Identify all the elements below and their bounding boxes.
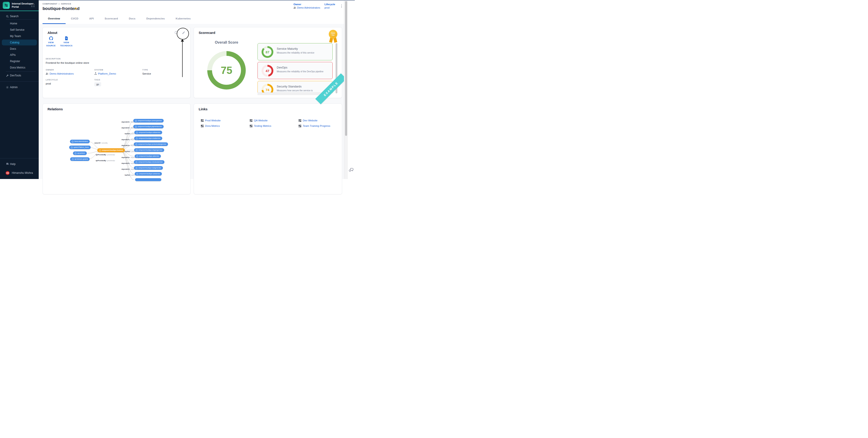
sidebar-item-label: My Team (10, 35, 21, 38)
header-lifecycle: Lifecycle prod (324, 3, 335, 9)
relation-node-component[interactable]: component:boutique-currencyservice (133, 119, 164, 123)
node-label: Demo Administrators (74, 141, 88, 142)
relation-node-component[interactable]: component:boutique-paymentservice (133, 125, 164, 128)
tab-overview[interactable]: Overview (42, 13, 66, 24)
page-scrollbar-track[interactable] (344, 1, 348, 179)
relation-node-component[interactable]: component:boutique-cartservice (135, 172, 162, 176)
score-description: Measures the reliability of the DevOps p… (277, 70, 323, 73)
relations-graph[interactable]: Demo Administrators system:Platform_Demo… (43, 104, 190, 179)
link-label: Team Training Progress (303, 125, 330, 127)
scorecard-item-service-maturity[interactable]: 87 Service Maturity Measures the reliabi… (257, 43, 333, 60)
favorite-star-icon[interactable]: ★ (74, 6, 78, 10)
graph-edges (43, 104, 190, 179)
relation-node-component[interactable]: component:boutique-shippingservice (134, 148, 164, 152)
about-title: About (48, 31, 57, 35)
sidebar-item-label: Dora Metrics (10, 66, 25, 69)
dashboard-icon (250, 125, 252, 127)
lifecycle-field-value: prod (46, 82, 51, 85)
tab-cicd[interactable]: CI/CD (66, 13, 84, 24)
sidebar-item-catalog[interactable]: Catalog (2, 39, 37, 45)
relation-node-group[interactable]: Demo Administrators (70, 140, 90, 143)
sidebar-divider (6, 71, 36, 72)
entity-icon (99, 149, 101, 151)
relation-node-component[interactable]: component:boutique-checkoutservice (134, 160, 164, 164)
sidebar-item-dora-metrics[interactable]: Dora Metrics (0, 65, 39, 70)
relation-node-component[interactable]: component:boutique-adservice (135, 155, 161, 158)
about-card: About VIEW SOURCE VIEW TECHDOCS DESCRIPT… (42, 27, 190, 98)
link-team-training-progress[interactable]: Team Training Progress (299, 124, 330, 128)
horizontal-scrollbar[interactable] (257, 93, 330, 95)
view-techdocs-button[interactable]: VIEW TECHDOCS (59, 36, 73, 47)
user-menu[interactable]: HM Himanshu Mishra (0, 170, 39, 176)
owner-field-link[interactable]: Demo Administrators (46, 72, 74, 75)
tag-chip-go[interactable]: go (94, 82, 101, 86)
more-options-button[interactable] (340, 4, 343, 9)
relation-node-component[interactable]: component:boutique-loadgenerator (134, 166, 163, 170)
link-prod-website[interactable]: Prod Website (201, 119, 250, 122)
sidebar-item-label: Self Service (10, 28, 25, 31)
tab-kubernetes[interactable]: Kubernetes (170, 13, 196, 24)
badge-text: Tier (332, 34, 335, 36)
link-dora-metrics[interactable]: Dora Metrics (201, 124, 250, 128)
relation-node-api[interactable]: api:starwars-graphql (70, 157, 90, 161)
entity-icon (136, 149, 137, 151)
owner-field-label: OWNER (46, 69, 54, 71)
lifecycle-field-label: LIFECYCLE (46, 79, 58, 81)
relation-node-component[interactable]: component:boutique-productcatalogservice (134, 142, 168, 146)
owner-label: Owner (293, 3, 320, 6)
tab-scorecard[interactable]: Scorecard (99, 13, 123, 24)
page-title: boutique-frontend (42, 6, 80, 11)
brand-header: Internal Developer Portal (0, 0, 39, 11)
scorecard-item-security-standards[interactable]: 74 Security Standards Measures how secur… (257, 81, 333, 93)
sidebar-item-search[interactable]: Search (0, 13, 39, 19)
node-label: component:boutique-frontend (102, 149, 123, 151)
node-label: component:boutique-redisservice (139, 132, 160, 133)
relation-node-api[interactable]: api:petstore (73, 151, 87, 155)
header-owner: Owner Demo Administrators (293, 3, 320, 9)
relation-node-partial[interactable] (135, 178, 161, 179)
view-source-button[interactable]: VIEW SOURCE (44, 36, 58, 47)
score-name: Security Standards (277, 85, 302, 88)
chat-bubbles-icon[interactable] (349, 168, 354, 172)
wrench-icon (6, 74, 9, 77)
scorecard-item-devops[interactable]: 47 DevOps Measures the reliability of th… (257, 62, 333, 79)
score-name: DevOps (277, 66, 287, 69)
annotation-circle (177, 28, 189, 39)
edge-label: hasPart / partOf (125, 133, 135, 135)
dashboard-icon (299, 125, 301, 127)
score-name: Service Maturity (277, 47, 298, 50)
score-description: Measures the reliability of this service (277, 52, 314, 54)
relation-node-center[interactable]: component:boutique-frontend (97, 148, 125, 152)
tab-api[interactable]: API (84, 13, 99, 24)
link-testing-metrics[interactable]: Testing Metrics (250, 124, 299, 128)
link-qa-website[interactable]: QA Website (250, 119, 299, 122)
view-source-label: VIEW SOURCE (44, 41, 58, 47)
sidebar-item-home[interactable]: Home (0, 21, 39, 27)
tab-docs[interactable]: Docs (123, 13, 141, 24)
sidebar-item-self-service[interactable]: Self Service (0, 27, 39, 33)
tab-dependencies[interactable]: Dependencies (141, 13, 170, 24)
sidebar-item-register[interactable]: Register (0, 58, 39, 64)
link-dev-website[interactable]: Dev Website (299, 119, 330, 122)
entity-icon (72, 141, 73, 142)
sidebar-item-docs[interactable]: Docs (0, 46, 39, 52)
tags-field-label: TAGS (94, 79, 100, 81)
owner-link[interactable]: Demo Administrators (293, 6, 320, 9)
sidebar: Internal Developer Portal Search Home Se… (0, 0, 39, 179)
link-label: QA Website (254, 119, 268, 122)
sidebar-item-admin[interactable]: Admin (0, 84, 39, 90)
sidebar-item-devtools[interactable]: DevTools (0, 72, 39, 78)
entity-icon (135, 126, 137, 128)
node-label: component:boutique-checkoutservice (138, 161, 163, 163)
relation-node-system[interactable]: system:Platform_Demo (69, 145, 91, 149)
node-label: component:boutique-cartservice (139, 173, 160, 175)
relation-node-component[interactable]: component:boutique-emailservice (134, 136, 162, 140)
sidebar-item-help[interactable]: ? Help (0, 161, 39, 167)
sidebar-item-apis[interactable]: APIs (0, 52, 39, 58)
system-field-link[interactable]: Platform_Demo (94, 72, 116, 75)
page-scrollbar-thumb[interactable] (345, 1, 347, 136)
relation-node-component[interactable]: component:boutique-redisservice (134, 131, 162, 134)
apps-grid-icon[interactable] (31, 4, 34, 7)
portal-logo-icon[interactable] (3, 2, 10, 9)
sidebar-item-my-team[interactable]: My Team (0, 33, 39, 39)
